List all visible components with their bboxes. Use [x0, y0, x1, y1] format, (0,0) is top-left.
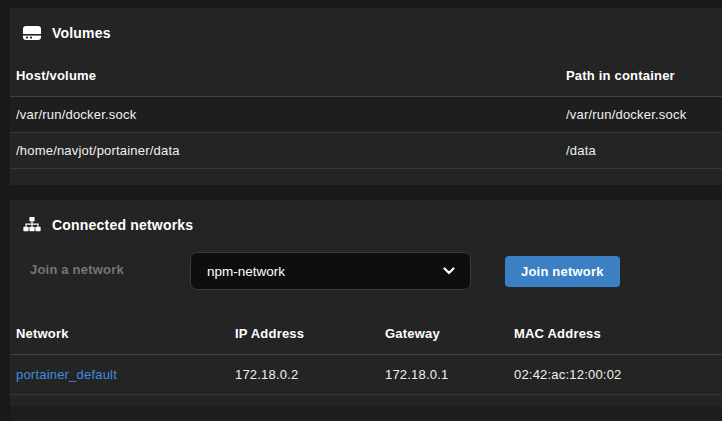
network-link[interactable]: portainer_default	[16, 367, 117, 382]
path-in-container-cell: /data	[566, 133, 722, 168]
volumes-table: Host/volume Path in container /var/run/d…	[10, 58, 722, 169]
column-header-gateway: Gateway	[385, 316, 514, 354]
column-header-host-volume: Host/volume	[16, 58, 566, 96]
table-row: portainer_default 172.18.0.2 172.18.0.1 …	[10, 355, 722, 395]
networks-table: Network IP Address Gateway MAC Address p…	[10, 316, 722, 395]
volumes-panel-title: Volumes	[52, 25, 111, 41]
networks-table-header-row: Network IP Address Gateway MAC Address	[10, 316, 722, 355]
column-header-path-in-container: Path in container	[566, 58, 722, 96]
host-volume-cell: /home/navjot/portainer/data	[16, 133, 566, 168]
container-details-screen: Volumes Host/volume Path in container /v…	[0, 0, 722, 421]
join-network-label: Join a network	[30, 262, 124, 277]
chevron-down-icon	[443, 267, 455, 275]
host-volume-cell: /var/run/docker.sock	[16, 97, 566, 132]
column-header-mac-address: MAC Address	[514, 316, 722, 354]
mac-address-cell: 02:42:ac:12:00:02	[514, 355, 722, 394]
path-in-container-cell: /var/run/docker.sock	[566, 97, 722, 132]
network-name-cell: portainer_default	[16, 355, 235, 394]
volumes-table-header-row: Host/volume Path in container	[10, 58, 722, 97]
hard-drive-icon	[23, 26, 41, 40]
volumes-panel-header: Volumes	[10, 8, 722, 42]
join-network-button[interactable]: Join network	[505, 256, 620, 287]
column-header-network: Network	[16, 316, 235, 354]
column-header-ip-address: IP Address	[235, 316, 385, 354]
connected-networks-panel: Connected networks Join a network npm-ne…	[10, 200, 722, 421]
sitemap-icon	[23, 217, 41, 232]
connected-networks-panel-header: Connected networks	[10, 200, 722, 234]
connected-networks-panel-title: Connected networks	[52, 217, 193, 233]
network-select[interactable]: npm-network	[190, 252, 471, 290]
next-section-cutoff	[10, 406, 722, 421]
network-select-value: npm-network	[207, 264, 285, 279]
ip-address-cell: 172.18.0.2	[235, 355, 385, 394]
gateway-cell: 172.18.0.1	[385, 355, 514, 394]
table-row: /home/navjot/portainer/data /data	[10, 133, 722, 169]
volumes-panel: Volumes Host/volume Path in container /v…	[10, 8, 722, 185]
table-row: /var/run/docker.sock /var/run/docker.soc…	[10, 97, 722, 133]
join-network-form: Join a network npm-network Join network	[10, 252, 722, 290]
